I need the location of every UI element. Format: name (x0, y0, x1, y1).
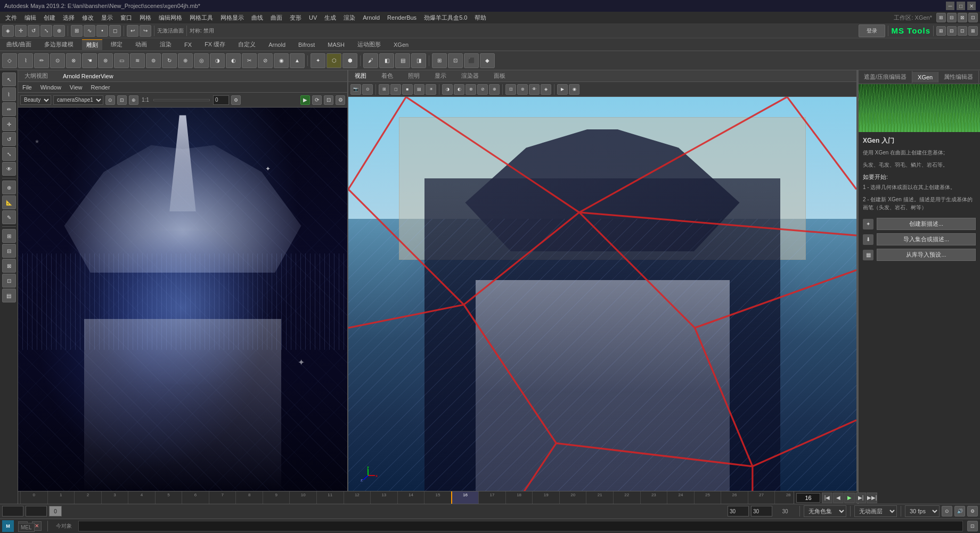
left-scale[interactable]: ⤡ (2, 147, 16, 161)
stop-render-btn[interactable]: ⊡ (324, 95, 333, 105)
tl-1[interactable]: 1 (47, 491, 75, 504)
vp-light-tab[interactable]: 照明 (405, 72, 423, 80)
left-annotation[interactable]: ✎ (2, 210, 16, 224)
icon-fill[interactable]: ◐ (226, 53, 241, 68)
menu-generate[interactable]: 生成 (321, 13, 339, 23)
tool-rotate[interactable]: ↺ (28, 25, 39, 37)
timeline-settings-btn[interactable]: ⚙ (967, 506, 978, 516)
anim-start-input[interactable]: 0 (26, 506, 47, 516)
snap-surface[interactable]: ◻ (109, 25, 121, 37)
menu-modify[interactable]: 修改 (79, 13, 97, 23)
toolbar-icon4[interactable]: ⊠ (968, 26, 978, 36)
tl-13[interactable]: 13 (370, 491, 397, 504)
vp-texture-btn[interactable]: ▤ (414, 84, 424, 95)
menu-window[interactable]: 窗口 (117, 13, 135, 23)
menu-meshdisp[interactable]: 网格显示 (217, 13, 247, 23)
goto-end-btn[interactable]: ▶▶| (867, 493, 877, 503)
left-select[interactable]: ↖ (2, 72, 16, 86)
icon-scrape[interactable]: ◑ (210, 53, 225, 68)
vp-grid-btn[interactable]: ⊞ (379, 84, 389, 95)
snap-btn1[interactable]: ⊞ (936, 13, 946, 22)
play-render-btn[interactable]: ▶ (300, 95, 310, 105)
menu-tools[interactable]: 劲爆羊工具盒5.0 (421, 13, 470, 23)
char-set-select[interactable]: 无角色集 (804, 505, 846, 517)
timeline-numbers[interactable]: 0 1 2 3 4 5 6 7 8 9 10 11 12 13 14 15 16… (20, 491, 855, 504)
tool-select[interactable]: ◈ (2, 25, 14, 37)
render-render-menu[interactable]: Render (89, 83, 112, 92)
vp-render-btn2[interactable]: ▶ (557, 84, 568, 95)
icon-paint3[interactable]: ▤ (395, 53, 410, 68)
tl-24[interactable]: 24 (667, 491, 694, 504)
menu-arnold[interactable]: Arnold (360, 13, 383, 22)
frame-num-input[interactable] (213, 95, 229, 105)
icon-sym3[interactable]: ⬢ (342, 53, 357, 68)
tab-mash[interactable]: MASH (323, 40, 349, 49)
left-paint[interactable]: ✏ (2, 102, 16, 116)
snap-curve[interactable]: ∿ (84, 25, 95, 37)
left-rotate[interactable]: ↺ (2, 132, 16, 146)
goto-start-btn[interactable]: |◀ (822, 493, 832, 503)
menu-curves[interactable]: 曲线 (248, 13, 266, 23)
tl-4[interactable]: 4 (128, 491, 155, 504)
tl-9[interactable]: 9 (263, 491, 290, 504)
tl-26[interactable]: 26 (721, 491, 748, 504)
left-lasso[interactable]: ⌇ (2, 87, 16, 101)
tab-rig[interactable]: 绑定 (107, 39, 127, 50)
tab-custom[interactable]: 自定义 (234, 39, 260, 50)
vp-ao-btn[interactable]: ◐ (454, 84, 464, 95)
tab-bifrost[interactable]: Bifrost (294, 40, 319, 49)
vp-hide-btn[interactable]: ◈ (541, 84, 551, 95)
left-settings5[interactable]: ▤ (2, 289, 16, 302)
tl-20[interactable]: 20 (559, 491, 586, 504)
icon-wax[interactable]: ◎ (194, 53, 209, 68)
vp-snap-btn[interactable]: ◉ (569, 84, 579, 95)
tab-fx[interactable]: FX (180, 40, 196, 49)
render-settings-btn[interactable]: ⚙ (231, 95, 241, 105)
menu-editmesh[interactable]: 编辑网格 (156, 13, 185, 23)
tl-21[interactable]: 21 (586, 491, 613, 504)
maya-logo[interactable]: M (2, 520, 14, 532)
sound-btn[interactable]: 🔊 (954, 506, 965, 516)
left-settings3[interactable]: ⊠ (2, 259, 16, 273)
left-show[interactable]: 👁 (2, 162, 16, 176)
range-start-input[interactable]: 0 (2, 506, 23, 516)
icon-paint1[interactable]: 🖌 (363, 53, 378, 68)
tl-8[interactable]: 8 (235, 491, 263, 504)
icon-paint[interactable]: ✏ (34, 53, 49, 68)
anim-end-input[interactable] (751, 506, 772, 516)
icon-lasso[interactable]: ⌇ (18, 53, 33, 68)
render-extra-btn[interactable]: ⚙ (336, 95, 345, 105)
menu-create[interactable]: 创建 (40, 13, 59, 23)
snap-btn3[interactable]: ⊠ (958, 13, 967, 22)
vp-xray-btn[interactable]: ⊛ (517, 84, 528, 95)
current-frame-input[interactable] (796, 493, 820, 503)
tl-14[interactable]: 14 (397, 491, 424, 504)
vp-persp-btn[interactable]: ⊙ (362, 84, 373, 95)
icon-pinch[interactable]: ⊛ (98, 53, 113, 68)
left-measure[interactable]: 📐 (2, 195, 16, 209)
icon-sym1[interactable]: ✦ (311, 53, 325, 68)
vp-view-tab[interactable]: 视图 (352, 72, 370, 80)
outline-tab[interactable]: 大纲视图 (21, 72, 51, 80)
icon-spray[interactable]: ⊚ (146, 53, 161, 68)
vp-hud-btn[interactable]: ⊕ (489, 84, 500, 95)
vp-solid-btn[interactable]: ■ (402, 84, 413, 95)
xgen-tab[interactable]: XGen (912, 72, 938, 83)
menu-file[interactable]: 文件 (2, 13, 20, 23)
snap-btn2[interactable]: ⊟ (947, 13, 957, 22)
tl-18[interactable]: 18 (505, 491, 533, 504)
anim-layer-select[interactable]: 无动画层 (854, 505, 897, 517)
login-btn[interactable]: 登录 (859, 24, 885, 37)
tl-6[interactable]: 6 (182, 491, 209, 504)
minimize-button[interactable]: ─ (946, 2, 954, 10)
render-zoom-btn[interactable]: ⊕ (129, 95, 138, 105)
tab-fxcache[interactable]: FX 缓存 (200, 39, 230, 50)
vp-aa-btn[interactable]: ⊗ (466, 84, 476, 95)
icon-flatten[interactable]: ▭ (114, 53, 129, 68)
fps-anim-btn[interactable]: ⊙ (942, 506, 952, 516)
vp-cam-btn[interactable]: 📷 (350, 84, 361, 95)
render-mode-select[interactable]: Beauty (20, 95, 51, 105)
left-settings2[interactable]: ⊟ (2, 244, 16, 258)
vp-panel-tab[interactable]: 面板 (491, 72, 509, 80)
icon-imprint[interactable]: ⊕ (178, 53, 193, 68)
